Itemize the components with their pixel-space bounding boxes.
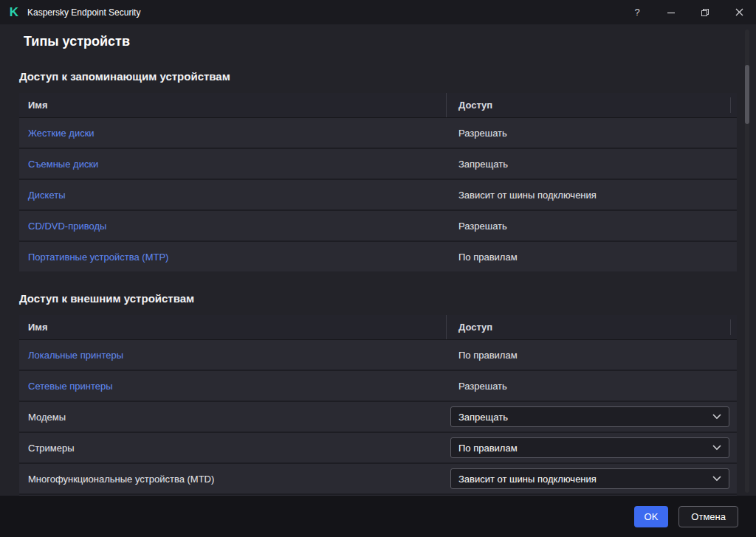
footer-bar: OK Отмена	[0, 496, 756, 537]
section-title-storage: Доступ к запоминающим устройствам	[19, 70, 756, 83]
storage-devices-table: Имя Доступ Жесткие диски Разрешать Съемн…	[19, 93, 737, 271]
device-name: Стримеры	[28, 443, 75, 454]
column-header-name: Имя	[19, 315, 447, 339]
access-value: Зависит от шины подключения	[458, 190, 597, 201]
table-header: Имя Доступ	[19, 315, 737, 340]
access-value: По правилам	[458, 350, 518, 361]
table-row: Портативные устройства (MTP) По правилам	[19, 242, 737, 271]
help-button[interactable]: ?	[620, 0, 654, 24]
device-link[interactable]: Сетевые принтеры	[28, 381, 113, 392]
device-name: Модемы	[28, 412, 66, 423]
restore-icon	[701, 8, 709, 17]
title-bar: K Kaspersky Endpoint Security ?	[0, 0, 756, 24]
table-row: Многофункциональные устройства (MTD) Зав…	[19, 464, 737, 495]
chevron-down-icon	[712, 476, 721, 482]
table-row: Модемы Запрещать	[19, 402, 737, 433]
section-title-external: Доступ к внешним устройствам	[19, 292, 756, 305]
table-row: Стримеры По правилам	[19, 433, 737, 464]
column-header-name: Имя	[19, 93, 447, 117]
table-row: CD/DVD-приводы Разрешать	[19, 211, 737, 242]
device-link[interactable]: CD/DVD-приводы	[28, 221, 106, 232]
close-button[interactable]	[722, 0, 756, 24]
device-link[interactable]: Локальные принтеры	[28, 350, 123, 361]
access-dropdown[interactable]: По правилам	[450, 437, 729, 458]
dropdown-selected-value: По правилам	[458, 443, 518, 454]
dropdown-selected-value: Запрещать	[458, 412, 508, 423]
scrollbar-thumb[interactable]	[745, 65, 749, 124]
table-row: Жесткие диски Разрешать	[19, 118, 737, 149]
column-header-access: Доступ	[447, 315, 737, 339]
table-row: Локальные принтеры По правилам	[19, 340, 737, 371]
column-header-access: Доступ	[447, 93, 737, 117]
kaspersky-logo-icon: K	[7, 6, 21, 19]
page-title: Типы устройств	[24, 34, 756, 49]
table-row: Съемные диски Запрещать	[19, 149, 737, 180]
external-devices-table: Имя Доступ Локальные принтеры По правила…	[19, 315, 737, 505]
access-value: Запрещать	[458, 159, 508, 170]
device-link[interactable]: Дискеты	[28, 190, 66, 201]
access-value: Разрешать	[458, 221, 507, 232]
ok-button[interactable]: OK	[634, 506, 669, 527]
access-dropdown[interactable]: Зависит от шины подключения	[450, 468, 729, 489]
app-title: Kaspersky Endpoint Security	[27, 7, 140, 18]
close-icon	[735, 8, 743, 16]
access-value: Разрешать	[458, 128, 507, 139]
chevron-down-icon	[712, 414, 721, 420]
access-value: Разрешать	[458, 381, 507, 392]
access-value: По правилам	[458, 252, 518, 263]
restore-button[interactable]	[688, 0, 722, 24]
device-link[interactable]: Портативные устройства (MTP)	[28, 252, 168, 263]
table-row: Сетевые принтеры Разрешать	[19, 371, 737, 402]
cancel-button[interactable]: Отмена	[678, 506, 738, 527]
chevron-down-icon	[712, 445, 721, 451]
minimize-button[interactable]	[654, 0, 688, 24]
minimize-icon	[667, 8, 676, 17]
device-name: Многофункциональные устройства (MTD)	[28, 474, 214, 485]
device-link[interactable]: Жесткие диски	[28, 128, 94, 139]
table-header: Имя Доступ	[19, 93, 737, 118]
device-link[interactable]: Съемные диски	[28, 159, 98, 170]
dropdown-selected-value: Зависит от шины подключения	[458, 474, 597, 485]
table-row: Дискеты Зависит от шины подключения	[19, 180, 737, 211]
access-dropdown[interactable]: Запрещать	[450, 406, 729, 427]
